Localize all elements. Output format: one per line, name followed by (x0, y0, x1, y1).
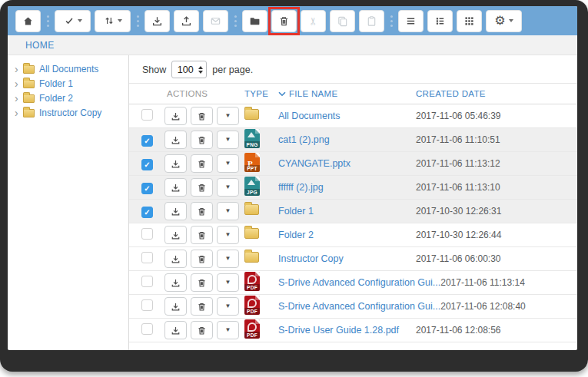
row-more-button[interactable]: ▼ (217, 250, 239, 268)
row-more-button[interactable]: ▼ (217, 154, 239, 173)
row-delete-button[interactable] (191, 250, 213, 268)
file-name-header[interactable]: FILE NAME (278, 89, 416, 98)
table-row[interactable]: ▼ (129, 104, 577, 128)
breadcrumb-home[interactable]: HOME (8, 40, 55, 51)
cut-button[interactable]: ✂ (301, 10, 326, 32)
row-checkbox[interactable] (141, 299, 153, 311)
copy-button[interactable] (330, 10, 355, 32)
created-date: 2017-10-30 12:26:31 (416, 206, 570, 217)
row-download-button[interactable] (164, 131, 187, 149)
row-checkbox[interactable] (141, 183, 153, 194)
sidebar-folder-item[interactable]: › Folder 1 (15, 76, 125, 91)
page-size-stepper[interactable]: 100 (171, 61, 207, 78)
row-download-button[interactable] (164, 250, 187, 268)
row-checkbox[interactable] (141, 159, 153, 170)
row-checkbox[interactable] (141, 228, 153, 240)
row-delete-button[interactable] (191, 226, 213, 244)
row-more-button[interactable]: ▼ (217, 202, 239, 220)
row-more-button[interactable]: ▼ (217, 178, 239, 197)
row-checkbox[interactable] (141, 276, 153, 287)
new-folder-button[interactable] (242, 10, 267, 32)
file-name-link[interactable]: Instructor Copy (278, 253, 416, 264)
file-name-link[interactable]: ffffff (2).jpg (278, 182, 416, 193)
table-row[interactable]: ▼ PDF (129, 319, 577, 342)
table-row[interactable]: ▼ (129, 247, 577, 271)
chevron-right-icon[interactable]: › (15, 107, 23, 118)
row-delete-button[interactable] (191, 131, 213, 149)
row-download-button[interactable] (164, 178, 187, 197)
row-more-button[interactable]: ▼ (217, 131, 239, 149)
row-download-button[interactable] (164, 107, 187, 125)
row-more-button[interactable]: ▼ (217, 107, 239, 125)
download-icon (171, 302, 181, 312)
sort-button[interactable] (95, 10, 131, 32)
arrow-down-icon[interactable] (198, 71, 203, 74)
stepper-arrows[interactable] (198, 66, 206, 74)
table-row[interactable]: ▼ (129, 223, 577, 247)
upload-button[interactable] (174, 10, 199, 32)
sidebar-folder-item[interactable]: › All Documents (15, 61, 125, 76)
row-delete-button[interactable] (191, 297, 213, 316)
trash-icon (197, 207, 207, 217)
table-row[interactable]: ▼ (129, 200, 577, 223)
file-name-link[interactable]: All Documents (278, 111, 416, 121)
table-row[interactable]: ▼ PPT (129, 152, 577, 176)
detail-view-button[interactable] (427, 10, 453, 32)
download-icon (171, 111, 181, 121)
file-name-link[interactable]: cat1 (2).png (278, 134, 416, 145)
row-delete-button[interactable] (191, 273, 213, 292)
show-label: Show (142, 64, 166, 75)
list-view-button[interactable] (398, 10, 424, 32)
row-download-button[interactable] (164, 154, 187, 173)
file-name-link[interactable]: S-Drive User Guide 1.28.pdf (278, 325, 416, 336)
row-download-button[interactable] (164, 202, 187, 220)
type-header[interactable]: TYPE (244, 89, 278, 98)
row-checkbox[interactable] (141, 207, 153, 218)
table-row[interactable]: ▼ PNG (129, 128, 577, 152)
page-size-value[interactable]: 100 (172, 64, 198, 75)
row-checkbox[interactable] (141, 109, 153, 121)
row-download-button[interactable] (164, 273, 187, 292)
file-name-link[interactable]: S-Drive Advanced Configuration Gui... (278, 301, 440, 312)
row-more-button[interactable]: ▼ (217, 273, 239, 292)
row-more-button[interactable]: ▼ (217, 297, 239, 316)
created-date-header[interactable]: CREATED DATE (416, 89, 570, 98)
row-download-button[interactable] (164, 297, 187, 316)
row-delete-button[interactable] (191, 154, 213, 173)
row-download-button[interactable] (164, 321, 187, 339)
select-button[interactable] (55, 10, 91, 32)
home-button[interactable] (15, 10, 41, 32)
download-button[interactable] (145, 10, 170, 32)
row-delete-button[interactable] (191, 321, 213, 339)
row-checkbox[interactable] (141, 135, 153, 147)
file-name-link[interactable]: CYANGATE.pptx (278, 158, 416, 169)
delete-button[interactable] (271, 10, 297, 32)
row-checkbox[interactable] (141, 252, 153, 263)
file-name-link[interactable]: S-Drive Advanced Configuration Gui... (278, 277, 440, 288)
email-button[interactable] (203, 10, 228, 32)
row-download-button[interactable] (164, 226, 187, 244)
settings-button[interactable]: ⚙ (486, 10, 522, 32)
file-name-link[interactable]: Folder 1 (278, 206, 416, 217)
row-more-button[interactable]: ▼ (217, 226, 239, 244)
sidebar-folder-item[interactable]: › Folder 2 (15, 91, 125, 105)
row-delete-button[interactable] (191, 202, 213, 220)
paste-button[interactable] (359, 10, 384, 32)
grid-view-button[interactable] (457, 10, 482, 32)
chevron-right-icon[interactable]: › (15, 93, 23, 104)
row-more-button[interactable]: ▼ (217, 321, 239, 339)
caret-down-icon: ▼ (225, 160, 231, 167)
table-row[interactable]: ▼ JPG (129, 176, 577, 200)
row-checkbox[interactable] (141, 323, 153, 335)
created-date: 2017-11-06 06:00:30 (416, 253, 570, 264)
sidebar-folder-item[interactable]: › Instructor Copy (15, 105, 125, 120)
table-row[interactable]: ▼ PDF (129, 295, 577, 319)
row-delete-button[interactable] (191, 178, 213, 197)
chevron-right-icon[interactable]: › (15, 64, 23, 74)
row-delete-button[interactable] (191, 107, 213, 125)
file-name-link[interactable]: Folder 2 (278, 230, 416, 240)
created-date: 2017-11-06 12:08:56 (416, 325, 570, 336)
table-row[interactable]: ▼ PDF (129, 271, 577, 295)
chevron-right-icon[interactable]: › (15, 78, 23, 89)
arrow-up-icon[interactable] (198, 66, 203, 69)
